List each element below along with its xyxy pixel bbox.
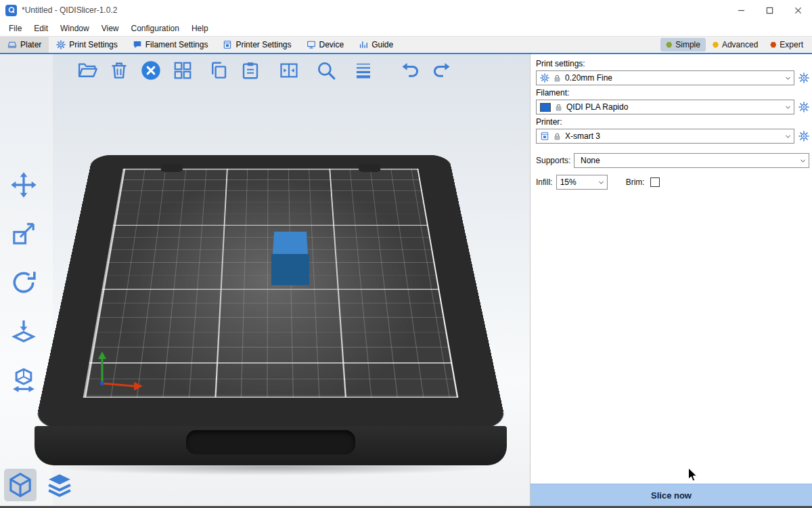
rotate-button[interactable] — [8, 267, 39, 298]
gizmo-toolbar — [8, 169, 39, 396]
print-settings-label: Print settings: — [536, 59, 807, 68]
filament-settings-icon — [133, 40, 142, 49]
variable-layer-height-button[interactable] — [352, 59, 375, 82]
brim-label: Brim: — [626, 177, 645, 187]
redo-button[interactable] — [430, 59, 453, 82]
chevron-down-icon — [782, 129, 794, 143]
trash-icon — [109, 60, 129, 81]
undo-icon — [400, 60, 420, 81]
window-title: *Untitled - QIDISlicer-1.0.2 — [22, 5, 117, 15]
supports-select[interactable]: None — [574, 153, 809, 168]
view-switcher — [4, 469, 76, 501]
scale-icon — [10, 220, 37, 247]
folder-open-icon — [77, 60, 97, 81]
chevron-down-icon — [595, 175, 607, 189]
bed-clip-right — [358, 164, 380, 172]
filament-select[interactable]: QIDI PLA Rapido — [536, 100, 794, 114]
menu-file[interactable]: File — [3, 24, 28, 33]
paste-button[interactable] — [239, 59, 262, 82]
tab-label: Device — [319, 40, 344, 49]
measure-button[interactable] — [8, 364, 39, 396]
plater-icon — [7, 40, 17, 49]
menu-configuration[interactable]: Configuration — [125, 24, 185, 33]
settings-sidebar: Print settings: 0.20mm Fine Filament: QI… — [530, 54, 812, 506]
maximize-button[interactable] — [755, 0, 784, 20]
gear-icon — [798, 102, 809, 112]
lock-icon — [553, 74, 562, 83]
tab-printer-settings[interactable]: Printer Settings — [215, 37, 298, 53]
bed-handle — [186, 430, 355, 454]
mode-expert[interactable]: Expert — [765, 38, 809, 51]
printer-icon — [540, 131, 549, 141]
scale-button[interactable] — [8, 218, 39, 249]
split-button[interactable] — [277, 59, 300, 82]
printer-value: X-smart 3 — [565, 131, 779, 141]
search-button[interactable] — [315, 59, 338, 82]
mode-label: Simple — [675, 40, 700, 49]
slice-now-button[interactable]: Slice now — [531, 484, 812, 506]
variable-layer-height-icon — [353, 60, 374, 81]
tab-label: Print Settings — [69, 40, 117, 49]
copy-button[interactable] — [207, 59, 230, 82]
delete-all-icon — [141, 60, 161, 81]
supports-label: Supports: — [536, 156, 574, 165]
preview-view-button[interactable] — [43, 469, 76, 501]
tab-filament-settings[interactable]: Filament Settings — [125, 37, 216, 53]
undo-button[interactable] — [399, 59, 422, 82]
minimize-button[interactable] — [727, 0, 755, 20]
window-controls — [727, 0, 812, 20]
edit-printer-button[interactable] — [798, 131, 809, 142]
arrange-button[interactable] — [171, 59, 194, 82]
tab-plater[interactable]: Plater — [0, 37, 49, 53]
gear-icon — [798, 131, 809, 142]
model-object-cube-top[interactable] — [273, 232, 308, 255]
tab-label: Plater — [20, 40, 41, 49]
tab-label: Guide — [371, 40, 393, 49]
tab-device[interactable]: Device — [299, 37, 352, 53]
lock-icon — [553, 132, 562, 141]
tab-guide[interactable]: Guide — [351, 37, 401, 53]
edit-print-settings-button[interactable] — [798, 72, 809, 84]
mode-switcher: Simple Advanced Expert — [660, 37, 812, 53]
brim-checkbox[interactable] — [650, 177, 660, 187]
print-settings-gear-icon — [56, 40, 66, 49]
copy-icon — [208, 60, 229, 81]
menu-edit[interactable]: Edit — [28, 24, 54, 33]
expert-mode-dot-icon — [770, 42, 776, 48]
move-button[interactable] — [8, 169, 39, 200]
3d-cube-icon — [7, 471, 34, 499]
print-profile-select[interactable]: 0.20mm Fine — [536, 70, 794, 85]
menu-window[interactable]: Window — [54, 24, 95, 33]
infill-select[interactable]: 15% — [556, 175, 608, 190]
gear-icon — [540, 73, 549, 83]
device-monitor-icon — [307, 40, 316, 49]
menu-help[interactable]: Help — [185, 24, 215, 33]
move-icon — [10, 171, 37, 198]
filament-label: Filament: — [536, 88, 807, 98]
arrange-grid-icon — [173, 60, 193, 81]
split-icon — [279, 60, 299, 81]
close-button[interactable] — [784, 0, 812, 20]
delete-button[interactable] — [108, 59, 131, 82]
chevron-down-icon — [782, 71, 794, 85]
chevron-down-icon — [782, 100, 794, 114]
mode-label: Advanced — [722, 40, 758, 49]
place-on-face-icon — [10, 318, 37, 345]
search-icon — [316, 60, 336, 81]
tabbar: Plater Print Settings Filament Settings … — [0, 36, 812, 54]
menu-view[interactable]: View — [95, 24, 125, 33]
preview-layers-icon — [46, 471, 73, 499]
editor-view-button[interactable] — [4, 469, 37, 501]
menubar: File Edit Window View Configuration Help — [0, 20, 812, 36]
open-button[interactable] — [76, 59, 99, 82]
printer-select[interactable]: X-smart 3 — [536, 129, 794, 144]
model-object-cube-front[interactable] — [271, 254, 309, 285]
mode-advanced[interactable]: Advanced — [707, 38, 763, 51]
place-on-face-button[interactable] — [8, 316, 39, 347]
delete-all-button[interactable] — [139, 59, 162, 82]
edit-filament-button[interactable] — [798, 102, 809, 113]
tab-label: Printer Settings — [235, 40, 291, 49]
viewport-3d[interactable] — [0, 54, 530, 506]
tab-print-settings[interactable]: Print Settings — [49, 37, 125, 53]
mode-simple[interactable]: Simple — [660, 38, 706, 51]
